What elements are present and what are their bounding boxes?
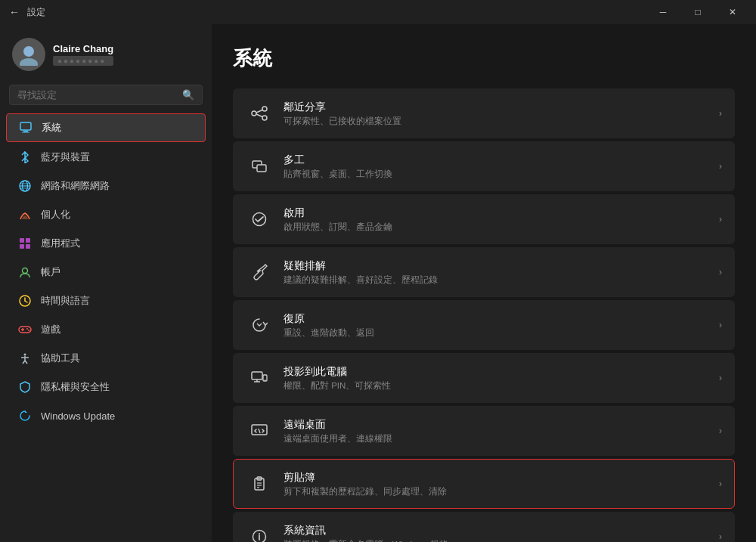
sidebar-item-bluetooth[interactable]: 藍牙與裝置 bbox=[6, 144, 206, 171]
settings-item-activation[interactable]: 啟用 啟用狀態、訂閱、產品金鑰 › bbox=[233, 194, 735, 244]
settings-item-multitasking[interactable]: 多工 貼齊視窗、桌面、工作切換 › bbox=[233, 141, 735, 191]
clipboard-icon bbox=[246, 470, 273, 497]
remote-desktop-title: 遠端桌面 bbox=[284, 418, 719, 432]
time-icon bbox=[18, 294, 32, 308]
settings-item-project[interactable]: 投影到此電腦 權限、配對 PIN、可探索性 › bbox=[233, 353, 735, 403]
minimize-button[interactable]: ─ bbox=[646, 0, 680, 24]
settings-item-system-info[interactable]: 系統資訊 裝置規格、重新命名電腦、Windows 規格 › bbox=[233, 512, 735, 542]
accounts-icon bbox=[18, 265, 32, 279]
sidebar-item-privacy-label: 隱私權與安全性 bbox=[41, 380, 110, 394]
settings-item-nearby-share-text: 鄰近分享 可探索性、已接收的檔案位置 bbox=[284, 101, 719, 127]
svg-rect-13 bbox=[26, 244, 30, 249]
remote-desktop-icon bbox=[246, 417, 273, 444]
svg-rect-12 bbox=[20, 244, 24, 249]
user-profile[interactable]: Claire Chang ●●●●●●●● bbox=[0, 32, 212, 77]
clipboard-desc: 剪下和複製的歷程記錄、同步處理、清除 bbox=[284, 486, 719, 497]
svg-rect-11 bbox=[26, 238, 30, 243]
sidebar-item-network-label: 網路和網際網路 bbox=[41, 179, 110, 193]
sidebar-item-time[interactable]: 時間與語言 bbox=[6, 287, 206, 314]
titlebar: ← 設定 ─ □ ✕ bbox=[0, 0, 756, 24]
windows-update-icon bbox=[18, 409, 32, 423]
clipboard-chevron: › bbox=[719, 479, 722, 489]
titlebar-title: 設定 bbox=[27, 6, 45, 19]
settings-item-remote-desktop-text: 遠端桌面 遠端桌面使用者、連線權限 bbox=[284, 418, 719, 444]
svg-point-21 bbox=[26, 328, 28, 330]
sidebar-item-apps[interactable]: 應用程式 bbox=[6, 230, 206, 257]
system-icon bbox=[19, 121, 33, 135]
sidebar-item-personalization[interactable]: 個人化 bbox=[6, 201, 206, 228]
svg-rect-3 bbox=[23, 131, 28, 132]
settings-item-clipboard[interactable]: 剪貼簿 剪下和複製的歷程記錄、同步處理、清除 › bbox=[233, 459, 735, 509]
sidebar-item-system-label: 系統 bbox=[42, 121, 61, 135]
remote-desktop-chevron: › bbox=[719, 426, 722, 436]
sidebar-item-system[interactable]: 系統 bbox=[6, 113, 206, 142]
svg-line-31 bbox=[256, 110, 262, 113]
system-info-title: 系統資訊 bbox=[284, 524, 719, 537]
multitasking-title: 多工 bbox=[284, 153, 719, 167]
project-title: 投影到此電腦 bbox=[284, 365, 719, 379]
search-input[interactable] bbox=[17, 89, 182, 101]
sidebar-item-windows-update[interactable]: Windows Update bbox=[6, 402, 206, 429]
close-button[interactable]: ✕ bbox=[715, 0, 750, 24]
recovery-chevron: › bbox=[719, 320, 722, 330]
svg-rect-10 bbox=[20, 238, 24, 243]
nearby-share-chevron: › bbox=[719, 108, 722, 119]
page-title: 系統 bbox=[233, 45, 735, 72]
settings-item-recovery[interactable]: 復原 重設、進階啟動、返回 › bbox=[233, 300, 735, 350]
bluetooth-icon bbox=[18, 150, 32, 164]
recovery-desc: 重設、進階啟動、返回 bbox=[284, 327, 719, 339]
settings-list: 鄰近分享 可探索性、已接收的檔案位置 › 多工 貼齊視窗、桌面、工作切換 › bbox=[233, 88, 735, 542]
multitasking-chevron: › bbox=[719, 161, 722, 172]
avatar bbox=[12, 38, 45, 71]
search-box[interactable]: 🔍 bbox=[9, 85, 203, 105]
sidebar-item-accounts-label: 帳戶 bbox=[41, 265, 60, 279]
svg-rect-2 bbox=[20, 122, 31, 130]
svg-point-50 bbox=[259, 533, 260, 534]
sidebar-item-apps-label: 應用程式 bbox=[41, 237, 80, 250]
activation-icon bbox=[246, 206, 273, 233]
sidebar-item-privacy[interactable]: 隱私權與安全性 bbox=[6, 373, 206, 401]
multitasking-icon bbox=[246, 153, 273, 180]
settings-item-troubleshoot-text: 疑難排解 建議的疑難排解、喜好設定、歷程記錄 bbox=[284, 259, 719, 286]
svg-point-23 bbox=[24, 354, 26, 356]
activation-chevron: › bbox=[719, 214, 722, 225]
apps-icon bbox=[18, 237, 32, 250]
maximize-button[interactable]: □ bbox=[680, 0, 715, 24]
titlebar-left: ← 設定 bbox=[9, 6, 45, 19]
settings-item-system-info-text: 系統資訊 裝置規格、重新命名電腦、Windows 規格 bbox=[284, 524, 719, 543]
accessibility-icon bbox=[18, 352, 32, 365]
svg-rect-18 bbox=[19, 327, 31, 333]
recovery-icon bbox=[246, 311, 273, 339]
settings-item-nearby-share[interactable]: 鄰近分享 可探索性、已接收的檔案位置 › bbox=[233, 88, 735, 138]
system-info-chevron: › bbox=[719, 531, 722, 542]
gaming-icon bbox=[18, 323, 32, 336]
svg-point-22 bbox=[28, 330, 29, 331]
troubleshoot-chevron: › bbox=[719, 267, 722, 277]
sidebar-item-personalization-label: 個人化 bbox=[41, 208, 70, 221]
sidebar-item-accessibility[interactable]: 協助工具 bbox=[6, 345, 206, 372]
user-name: Claire Chang bbox=[53, 43, 113, 54]
svg-line-27 bbox=[25, 361, 27, 364]
settings-item-troubleshoot[interactable]: 疑難排解 建議的疑難排解、喜好設定、歷程記錄 › bbox=[233, 247, 735, 297]
back-icon: ← bbox=[9, 6, 20, 18]
nearby-share-title: 鄰近分享 bbox=[284, 101, 719, 114]
project-icon bbox=[246, 364, 273, 392]
user-info: Claire Chang ●●●●●●●● bbox=[53, 43, 113, 66]
troubleshoot-icon bbox=[246, 259, 273, 286]
sidebar: Claire Chang ●●●●●●●● 🔍 系統 bbox=[0, 24, 212, 542]
personalization-icon bbox=[18, 208, 32, 221]
svg-point-29 bbox=[252, 111, 256, 116]
svg-rect-36 bbox=[252, 372, 262, 379]
main-layout: Claire Chang ●●●●●●●● 🔍 系統 bbox=[0, 24, 756, 542]
sidebar-item-accounts[interactable]: 帳戶 bbox=[6, 259, 206, 286]
settings-item-remote-desktop[interactable]: 遠端桌面 遠端桌面使用者、連線權限 › bbox=[233, 406, 735, 456]
svg-point-0 bbox=[23, 46, 34, 57]
settings-item-multitasking-text: 多工 貼齊視窗、桌面、工作切換 bbox=[284, 153, 719, 180]
svg-rect-4 bbox=[22, 132, 29, 133]
sidebar-item-gaming[interactable]: 遊戲 bbox=[6, 316, 206, 343]
clipboard-title: 剪貼簿 bbox=[284, 471, 719, 485]
sidebar-item-network[interactable]: 網路和網際網路 bbox=[6, 172, 206, 200]
sidebar-item-accessibility-label: 協助工具 bbox=[41, 352, 80, 365]
nearby-share-desc: 可探索性、已接收的檔案位置 bbox=[284, 116, 719, 127]
activation-desc: 啟用狀態、訂閱、產品金鑰 bbox=[284, 221, 719, 233]
